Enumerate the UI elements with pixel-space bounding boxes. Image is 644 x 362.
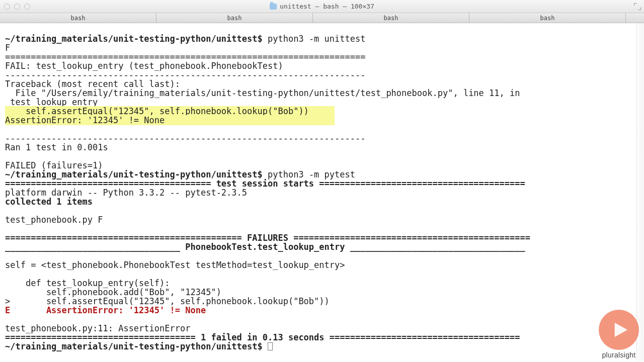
command-unittest: python3 -m unittest <box>268 34 365 44</box>
minimize-icon[interactable] <box>14 4 20 10</box>
cursor <box>268 342 273 350</box>
play-icon[interactable] <box>599 310 639 350</box>
failed-summary: FAILED (failures=1) <box>5 160 103 170</box>
pytest-file-result: test_phonebook.py F <box>5 215 103 225</box>
rule: ========================================… <box>5 52 365 62</box>
traceback-file2: test_lookup_entry <box>5 97 98 107</box>
tab-bash-2[interactable]: bash <box>156 13 313 23</box>
fullscreen-icon[interactable] <box>634 3 641 10</box>
brand-label: pluralsight <box>599 351 639 359</box>
pytest-def-line: def test_lookup_entry(self): <box>5 278 170 288</box>
prompt: ~/training_materials/unit-testing-python… <box>5 34 263 44</box>
command-pytest: python3 -m pytest <box>268 169 355 179</box>
pytest-location: test_phonebook.py:11: AssertionError <box>5 323 190 333</box>
pytest-self-line: self = <test_phonebook.PhonebookTest tes… <box>5 260 345 270</box>
tab-bash-4[interactable]: bash <box>469 13 626 23</box>
tab-bash-1[interactable]: bash <box>0 13 156 23</box>
rule: ----------------------------------------… <box>5 70 365 80</box>
prompt: ~/training_materials/unit-testing-python… <box>5 169 263 179</box>
traffic-lights <box>4 4 30 10</box>
pytest-error-line: E AssertionError: '12345' != None <box>5 305 206 315</box>
traceback-file: File "/Users/emily/training_materials/un… <box>5 88 520 98</box>
fail-title: FAIL: test_lookup_entry (test_phonebook.… <box>5 61 283 71</box>
pytest-platform: platform darwin -- Python 3.3.2 -- pytes… <box>5 188 247 198</box>
watermark: pluralsight <box>599 310 639 359</box>
pytest-summary: ===================================== 1 … <box>5 332 520 342</box>
ran-summary: Ran 1 test in 0.001s <box>5 142 108 152</box>
rule: ----------------------------------------… <box>5 133 365 143</box>
zoom-icon[interactable] <box>24 4 30 10</box>
prompt: ~/training_materials/unit-testing-python… <box>5 341 263 351</box>
window-titlebar: unittest — bash — 100×37 <box>0 0 644 13</box>
window-title-text: unittest — bash — 100×37 <box>280 3 374 10</box>
pytest-assert-line: > self.assertEqual("12345", self.phonebo… <box>5 296 330 306</box>
window-title: unittest — bash — 100×37 <box>0 3 644 10</box>
pytest-add-line: self.phonebook.add("Bob", "12345") <box>5 287 221 297</box>
tab-bash-3[interactable]: bash <box>313 13 469 23</box>
close-icon[interactable] <box>4 4 10 10</box>
tab-bar: bash bash bash bash <box>0 13 644 23</box>
traceback-header: Traceback (most recent call last): <box>5 79 180 89</box>
assertion-error-highlight: AssertionError: '12345' != None <box>5 115 165 125</box>
unittest-progress: F <box>5 43 10 53</box>
pytest-test-name: __________________________________ Phone… <box>5 242 525 252</box>
tab-overflow[interactable] <box>626 13 644 23</box>
folder-icon <box>270 4 277 10</box>
pytest-failures-rule: ========================================… <box>5 233 530 243</box>
pytest-session: ========================================… <box>5 178 525 189</box>
terminal-output[interactable]: ~/training_materials/unit-testing-python… <box>0 23 644 356</box>
pytest-collected: collected 1 items <box>5 197 93 207</box>
traceback-code-highlight: self.assertEqual("12345", self.phonebook… <box>5 106 309 116</box>
